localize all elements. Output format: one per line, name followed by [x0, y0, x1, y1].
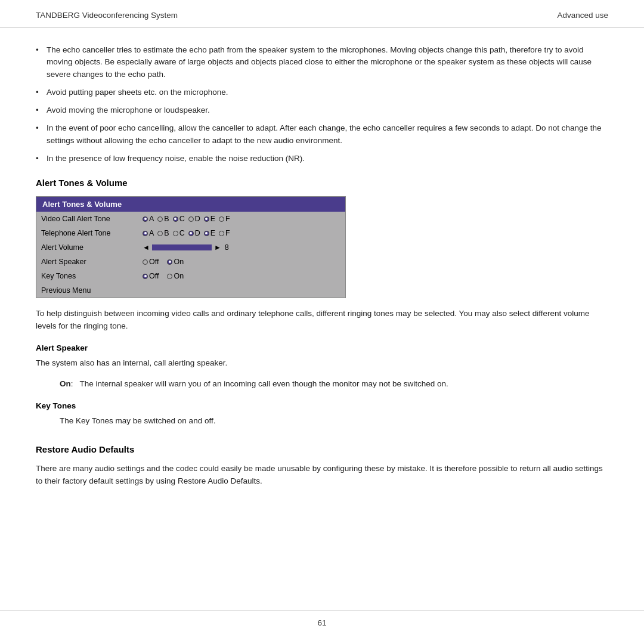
- bullet-item-2: Avoid putting paper sheets etc. on the m…: [36, 86, 608, 98]
- tel-radio-E: [204, 231, 209, 236]
- tel-F-label: F: [225, 229, 230, 237]
- alert-speaker-off-radio: [143, 259, 148, 265]
- tel-radio-D: [188, 231, 194, 236]
- alert-volume-row: Alert Volume ◄ ► 8: [36, 240, 345, 255]
- restore-audio-body: There are many audio settings and the co…: [36, 463, 608, 488]
- radio-E-label: E: [210, 215, 215, 223]
- volume-number: 8: [225, 243, 229, 252]
- radio-B-circle: [157, 216, 163, 222]
- alert-volume-label: Alert Volume: [41, 243, 143, 252]
- tel-E-label: E: [210, 229, 215, 237]
- key-tones-off-label: Off: [149, 272, 159, 280]
- bullet-list: The echo canceller tries to estimate the…: [36, 44, 608, 165]
- bullet-item-1: The echo canceller tries to estimate the…: [36, 44, 608, 80]
- video-call-F[interactable]: F: [219, 215, 230, 223]
- key-tones-on-radio: [167, 274, 172, 279]
- tel-A[interactable]: A: [143, 229, 154, 237]
- alert-speaker-options: Off On: [143, 258, 184, 266]
- alert-speaker-on-text: The internal speaker will warn you of an…: [80, 379, 448, 388]
- restore-audio-heading: Restore Audio Defaults: [36, 444, 608, 454]
- alert-speaker-on-description: On: The internal speaker will warn you o…: [36, 378, 608, 391]
- tel-radio-B: [157, 231, 163, 236]
- key-tones-off-radio: [143, 274, 148, 279]
- telephone-alert-label: Telephone Alert Tone: [41, 229, 143, 237]
- key-tones-options: Off On: [143, 272, 184, 280]
- radio-C-label: C: [179, 215, 185, 223]
- footer: 61: [0, 611, 644, 627]
- video-call-options: A B C D: [143, 215, 230, 223]
- alert-speaker-heading: Alert Speaker: [36, 343, 608, 352]
- description-text: To help distinguish between incoming vid…: [36, 308, 608, 333]
- radio-F-label: F: [225, 215, 230, 223]
- alert-speaker-off-label: Off: [149, 258, 159, 266]
- video-call-D[interactable]: D: [188, 215, 200, 223]
- key-tones-row: Key Tones Off On: [36, 269, 345, 283]
- tel-B[interactable]: B: [157, 229, 169, 237]
- alert-tones-table: Alert Tones & Volume Video Call Alert To…: [36, 196, 346, 298]
- radio-D-label: D: [195, 215, 200, 223]
- tel-radio-F: [219, 231, 224, 236]
- telephone-alert-tone-row: Telephone Alert Tone A B C: [36, 226, 345, 240]
- alert-speaker-body: The system also has an internal, call al…: [36, 357, 608, 370]
- atv-table-body: Video Call Alert Tone A B C: [36, 212, 345, 298]
- content: The echo canceller tries to estimate the…: [0, 27, 644, 513]
- tel-C-label: C: [179, 229, 185, 237]
- alert-tones-heading: Alert Tones & Volume: [36, 178, 608, 188]
- tel-A-label: A: [149, 229, 154, 237]
- radio-D-circle: [188, 216, 194, 222]
- alert-speaker-on-radio: [167, 259, 172, 265]
- tel-radio-C: [173, 231, 178, 236]
- radio-A-label: A: [149, 215, 154, 223]
- alert-speaker-colon: :: [71, 379, 80, 388]
- tel-E[interactable]: E: [204, 229, 215, 237]
- volume-arrow-right[interactable]: ►: [214, 243, 221, 252]
- alert-speaker-on-keyword: On: [60, 379, 71, 388]
- tel-D-label: D: [195, 229, 200, 237]
- tel-B-label: B: [164, 229, 169, 237]
- video-call-A[interactable]: A: [143, 215, 154, 223]
- video-call-B[interactable]: B: [157, 215, 169, 223]
- volume-slider-track[interactable]: [152, 244, 212, 250]
- previous-menu-label: Previous Menu: [41, 286, 143, 295]
- bullet-item-5: In the presence of low frequency noise, …: [36, 153, 608, 165]
- video-call-C[interactable]: C: [173, 215, 185, 223]
- page: TANDBERG Videoconferencing System Advanc…: [0, 0, 644, 644]
- alert-speaker-on-label: On: [174, 258, 184, 266]
- key-tones-off[interactable]: Off: [143, 272, 159, 280]
- key-tones-heading: Key Tones: [36, 401, 608, 410]
- radio-E-circle: [204, 216, 209, 222]
- volume-arrow-left[interactable]: ◄: [143, 243, 150, 252]
- atv-table-header: Alert Tones & Volume: [36, 197, 345, 212]
- tel-C[interactable]: C: [173, 229, 185, 237]
- key-tones-label: Key Tones: [41, 272, 143, 280]
- key-tones-on-label: On: [174, 272, 184, 280]
- tel-F[interactable]: F: [219, 229, 230, 237]
- video-call-alert-tone-row: Video Call Alert Tone A B C: [36, 212, 345, 226]
- video-call-E[interactable]: E: [204, 215, 215, 223]
- radio-C-circle: [173, 216, 178, 222]
- key-tones-on[interactable]: On: [167, 272, 184, 280]
- radio-B-label: B: [164, 215, 169, 223]
- alert-speaker-row: Alert Speaker Off On: [36, 255, 345, 269]
- alert-speaker-label: Alert Speaker: [41, 258, 143, 266]
- tel-D[interactable]: D: [188, 229, 200, 237]
- header-title: TANDBERG Videoconferencing System: [36, 11, 178, 20]
- radio-A-circle: [143, 216, 148, 222]
- video-call-label: Video Call Alert Tone: [41, 215, 143, 223]
- header-section: Advanced use: [557, 11, 608, 20]
- tel-radio-A: [143, 231, 148, 236]
- key-tones-body: The Key Tones may be switched on and off…: [36, 415, 608, 428]
- alert-speaker-on[interactable]: On: [167, 258, 184, 266]
- telephone-alert-options: A B C D: [143, 229, 230, 237]
- previous-menu-row[interactable]: Previous Menu: [36, 283, 345, 298]
- header: TANDBERG Videoconferencing System Advanc…: [0, 0, 644, 27]
- bullet-item-4: In the event of poor echo cancelling, al…: [36, 122, 608, 147]
- page-number: 61: [317, 618, 326, 627]
- alert-speaker-off[interactable]: Off: [143, 258, 159, 266]
- radio-F-circle: [219, 216, 224, 222]
- volume-bar: ◄ ► 8: [143, 243, 229, 252]
- bullet-item-3: Avoid moving the microphone or loudspeak…: [36, 104, 608, 116]
